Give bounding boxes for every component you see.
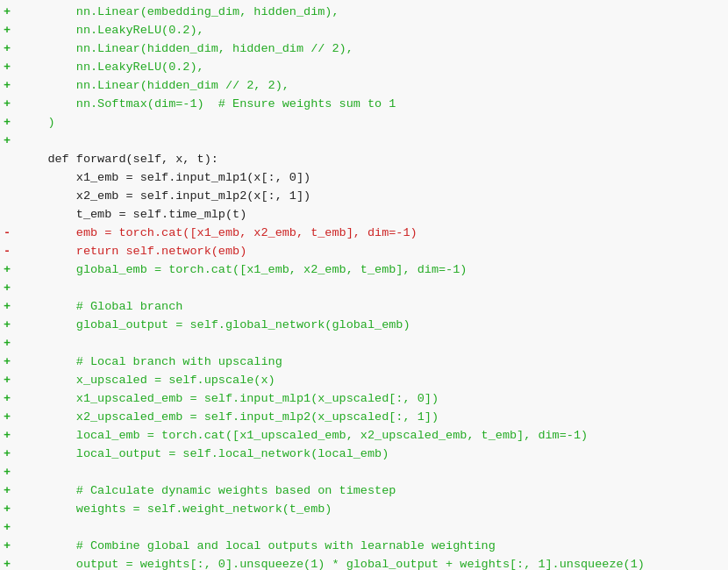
code-line: def forward(self, x, t): — [0, 151, 728, 169]
code-line: + nn.Linear(hidden_dim // 2, 2), — [0, 77, 728, 96]
line-prefix — [0, 188, 16, 206]
code-line: + x_upscaled = self.upscale(x) — [0, 372, 728, 390]
line-prefix — [0, 151, 16, 169]
line-content: nn.Softmax(dim=-1) # Ensure weights sum … — [16, 96, 728, 114]
code-line: + — [0, 132, 728, 151]
code-line: + weights = self.weight_network(t_emb) — [0, 501, 728, 519]
line-content: x1_emb = self.input_mlp1(x[:, 0]) — [16, 169, 728, 188]
code-line: + — [0, 335, 728, 353]
line-content: # Global branch — [16, 298, 728, 317]
code-line: + global_output = self.global_network(gl… — [0, 317, 728, 335]
code-line: + nn.LeakyReLU(0.2), — [0, 59, 728, 77]
line-prefix: + — [0, 4, 16, 22]
code-line: x1_emb = self.input_mlp1(x[:, 0]) — [0, 169, 728, 188]
code-line: + ) — [0, 114, 728, 132]
code-line: + # Global branch — [0, 298, 728, 317]
code-line: + local_output = self.local_network(loca… — [0, 445, 728, 464]
line-prefix: + — [0, 280, 16, 298]
code-line: t_emb = self.time_mlp(t) — [0, 206, 728, 224]
code-line: + nn.Linear(embedding_dim, hidden_dim), — [0, 4, 728, 22]
line-content: output = weights[:, 0].unsqueeze(1) * gl… — [16, 556, 728, 570]
code-line: + nn.LeakyReLU(0.2), — [0, 22, 728, 40]
line-prefix: + — [0, 519, 16, 538]
line-prefix: + — [0, 335, 16, 353]
line-content: x2_emb = self.input_mlp2(x[:, 1]) — [16, 188, 728, 206]
line-prefix: + — [0, 538, 16, 556]
line-content: nn.Linear(embedding_dim, hidden_dim), — [16, 4, 728, 22]
code-line: + — [0, 519, 728, 538]
line-prefix: + — [0, 501, 16, 519]
line-content: global_emb = torch.cat([x1_emb, x2_emb, … — [16, 261, 728, 280]
code-line: + — [0, 464, 728, 482]
line-prefix: + — [0, 372, 16, 390]
code-line: - return self.network(emb) — [0, 243, 728, 261]
line-prefix: + — [0, 390, 16, 409]
code-line: + nn.Linear(hidden_dim, hidden_dim // 2)… — [0, 40, 728, 59]
line-prefix: + — [0, 464, 16, 482]
line-prefix: + — [0, 114, 16, 132]
line-prefix: + — [0, 482, 16, 501]
code-container: + nn.Linear(embedding_dim, hidden_dim),+… — [0, 0, 728, 570]
line-content: nn.Linear(hidden_dim, hidden_dim // 2), — [16, 40, 728, 59]
line-content: nn.LeakyReLU(0.2), — [16, 59, 728, 77]
line-prefix: + — [0, 409, 16, 427]
line-prefix: + — [0, 556, 16, 570]
code-line: + global_emb = torch.cat([x1_emb, x2_emb… — [0, 261, 728, 280]
line-content: t_emb = self.time_mlp(t) — [16, 206, 728, 224]
line-prefix: + — [0, 445, 16, 464]
line-prefix: + — [0, 77, 16, 96]
line-content: nn.Linear(hidden_dim // 2, 2), — [16, 77, 728, 96]
code-line: + output = weights[:, 0].unsqueeze(1) * … — [0, 556, 728, 570]
line-content: def forward(self, x, t): — [16, 151, 728, 169]
line-content: local_emb = torch.cat([x1_upscaled_emb, … — [16, 427, 728, 445]
code-line: + # Calculate dynamic weights based on t… — [0, 482, 728, 501]
code-line: + x1_upscaled_emb = self.input_mlp1(x_up… — [0, 390, 728, 409]
code-line: + # Combine global and local outputs wit… — [0, 538, 728, 556]
line-prefix: + — [0, 427, 16, 445]
code-line: - emb = torch.cat([x1_emb, x2_emb, t_emb… — [0, 224, 728, 243]
line-prefix: - — [0, 224, 16, 243]
line-content: ) — [16, 114, 728, 132]
line-prefix: + — [0, 353, 16, 372]
code-line: + — [0, 280, 728, 298]
line-prefix: + — [0, 40, 16, 59]
line-content: global_output = self.global_network(glob… — [16, 317, 728, 335]
code-block: + nn.Linear(embedding_dim, hidden_dim),+… — [0, 0, 728, 570]
code-line: x2_emb = self.input_mlp2(x[:, 1]) — [0, 188, 728, 206]
line-content: x_upscaled = self.upscale(x) — [16, 372, 728, 390]
line-prefix: + — [0, 261, 16, 280]
line-content: x1_upscaled_emb = self.input_mlp1(x_upsc… — [16, 390, 728, 409]
code-line: + local_emb = torch.cat([x1_upscaled_emb… — [0, 427, 728, 445]
line-prefix — [0, 169, 16, 188]
line-prefix: + — [0, 298, 16, 317]
line-content: nn.LeakyReLU(0.2), — [16, 22, 728, 40]
code-line: + # Local branch with upscaling — [0, 353, 728, 372]
code-line: + x2_upscaled_emb = self.input_mlp2(x_up… — [0, 409, 728, 427]
line-content: emb = torch.cat([x1_emb, x2_emb, t_emb],… — [16, 224, 728, 243]
line-content: local_output = self.local_network(local_… — [16, 445, 728, 464]
line-prefix — [0, 206, 16, 224]
line-content: # Local branch with upscaling — [16, 353, 728, 372]
line-content: x2_upscaled_emb = self.input_mlp2(x_upsc… — [16, 409, 728, 427]
line-content: weights = self.weight_network(t_emb) — [16, 501, 728, 519]
line-prefix: + — [0, 96, 16, 114]
code-line: + nn.Softmax(dim=-1) # Ensure weights su… — [0, 96, 728, 114]
line-content: # Calculate dynamic weights based on tim… — [16, 482, 728, 501]
line-prefix: - — [0, 243, 16, 261]
line-prefix: + — [0, 59, 16, 77]
line-content: return self.network(emb) — [16, 243, 728, 261]
line-prefix: + — [0, 132, 16, 151]
line-content: # Combine global and local outputs with … — [16, 538, 728, 556]
line-prefix: + — [0, 22, 16, 40]
line-prefix: + — [0, 317, 16, 335]
